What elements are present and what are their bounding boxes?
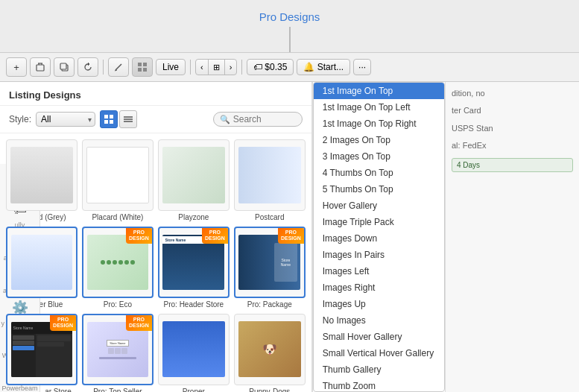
design-item-powder-blue[interactable]: Powder Blue bbox=[6, 227, 77, 309]
design-label-proper: Proper bbox=[183, 388, 205, 392]
design-label-pro-eco: Pro: Eco bbox=[104, 300, 132, 309]
svg-rect-21 bbox=[110, 120, 113, 124]
grid-view-button[interactable] bbox=[100, 110, 118, 128]
pro-badge-header-store: PRODESIGN bbox=[202, 228, 228, 244]
price-icon: 🏷 bbox=[253, 62, 262, 72]
dropdown-item-small-vertical-hover-gallery[interactable]: Small Vertical Hover Gallery bbox=[314, 345, 444, 361]
design-item-proper[interactable]: Proper bbox=[158, 314, 230, 392]
design-item-placard-white[interactable]: Placard (White) bbox=[82, 139, 154, 222]
list-view-button[interactable] bbox=[119, 110, 137, 128]
toolbar-separator-2 bbox=[190, 60, 191, 75]
bell-icon: 🔔 bbox=[303, 62, 314, 72]
dropdown-item-5-thumbs-on-top[interactable]: 5 Thumbs On Top bbox=[314, 181, 444, 197]
listing-panel: Listing Designs Style: All Standard Pro bbox=[0, 82, 312, 392]
svg-rect-0 bbox=[37, 65, 44, 71]
pencil-button[interactable] bbox=[108, 57, 129, 77]
pro-badge-sidebar-store: PRODESIGN bbox=[50, 315, 76, 331]
dropdown-item-images-left[interactable]: Images Left bbox=[314, 263, 444, 279]
svg-line-7 bbox=[115, 70, 117, 71]
designs-grid: Placard (Grey) Placard (White) Playzone … bbox=[0, 133, 311, 392]
listing-header: Listing Designs bbox=[0, 82, 311, 106]
grid-nav-icon[interactable]: ⊞ bbox=[209, 60, 224, 75]
dropdown-item-1st-image-on-top-left[interactable]: 1st Image On Top Left bbox=[314, 99, 444, 116]
style-select-wrapper: All Standard Pro bbox=[36, 112, 95, 127]
nav-right[interactable]: › bbox=[225, 60, 237, 74]
design-thumb-proper bbox=[158, 314, 230, 385]
design-item-placard-grey[interactable]: Placard (Grey) bbox=[6, 139, 77, 222]
nav-control: ‹ ⊞ › bbox=[195, 59, 237, 75]
svg-rect-20 bbox=[104, 120, 108, 124]
listing-title: Listing Designs bbox=[9, 89, 81, 101]
design-thumb-pro-top-seller: PRODESIGN Store Name bbox=[82, 314, 154, 385]
copy-button[interactable] bbox=[54, 57, 75, 77]
dropdown-item-no-images[interactable]: No Images bbox=[314, 312, 444, 329]
dropdown-item-hover-gallery[interactable]: Hover Gallery bbox=[314, 197, 444, 214]
nav-left[interactable]: ‹ bbox=[196, 60, 208, 74]
pro-badge-package: PRODESIGN bbox=[278, 228, 304, 244]
pro-designs-label: Pro Designs bbox=[259, 10, 320, 23]
start-button[interactable]: 🔔 Start... bbox=[297, 59, 350, 75]
design-thumb-powder-blue bbox=[6, 227, 77, 298]
design-thumb-puppy-dogs: 🐶 bbox=[234, 314, 306, 385]
design-thumb-playzone bbox=[158, 139, 230, 211]
design-item-puppy-dogs[interactable]: 🐶 Puppy-Dogs bbox=[234, 314, 306, 392]
dropdown-item-1st-image-on-top[interactable]: 1st Image On Top bbox=[314, 83, 444, 99]
design-thumb-placard-grey bbox=[6, 139, 77, 211]
dropdown-item-small-hover-gallery[interactable]: Small Hover Gallery bbox=[314, 329, 444, 345]
search-input[interactable] bbox=[233, 114, 300, 124]
dropdown-item-images-in-pairs[interactable]: Images In Pairs bbox=[314, 247, 444, 263]
svg-rect-18 bbox=[104, 115, 108, 118]
info-card: ter Card bbox=[452, 105, 573, 116]
view-buttons bbox=[100, 110, 137, 128]
style-label: Style: bbox=[9, 114, 31, 124]
dropdown-item-images-up[interactable]: Images Up bbox=[314, 296, 444, 312]
pro-badge-top-seller: PRODESIGN bbox=[126, 315, 152, 331]
search-box: 🔍 bbox=[213, 112, 303, 127]
design-thumb-pro-sidebar-store: PRODESIGN Store Name bbox=[6, 314, 77, 385]
design-item-pro-sidebar-store[interactable]: PRODESIGN Store Name bbox=[6, 314, 77, 392]
svg-rect-10 bbox=[138, 68, 142, 72]
info-days-badge: 4 Days bbox=[452, 158, 573, 172]
more-button[interactable]: ··· bbox=[353, 59, 371, 75]
svg-rect-9 bbox=[143, 63, 147, 66]
design-label-pro-top-seller: Pro: Top Seller bbox=[93, 388, 142, 392]
add-button[interactable]: + bbox=[6, 57, 27, 77]
design-label-playzone: Playzone bbox=[178, 213, 209, 222]
price-value: $0.35 bbox=[265, 62, 287, 72]
svg-line-6 bbox=[116, 64, 121, 70]
dropdown-item-thumb-zoom[interactable]: Thumb Zoom bbox=[314, 378, 444, 392]
dropdown-item-image-triple-pack[interactable]: Image Triple Pack bbox=[314, 214, 444, 230]
live-button[interactable]: Live bbox=[156, 59, 186, 75]
svg-rect-5 bbox=[60, 63, 66, 69]
dropdown-item-2-images-on-top[interactable]: 2 Images On Top bbox=[314, 132, 444, 148]
dropdown-item-images-down[interactable]: Images Down bbox=[314, 230, 444, 247]
design-label-pro-header-store: Pro: Header Store bbox=[164, 300, 224, 309]
design-label-puppy-dogs: Puppy-Dogs bbox=[249, 388, 290, 392]
design-item-playzone[interactable]: Playzone bbox=[158, 139, 230, 222]
design-item-pro-top-seller[interactable]: PRODESIGN Store Name Pro: Top Seller bbox=[82, 314, 154, 392]
style-row: Style: All Standard Pro 🔍 bbox=[0, 106, 311, 133]
style-select[interactable]: All Standard Pro bbox=[36, 112, 95, 127]
dropdown-item-3-images-on-top[interactable]: 3 Images On Top bbox=[314, 148, 444, 165]
dropdown-item-4-thumbs-on-top[interactable]: 4 Thumbs On Top bbox=[314, 165, 444, 181]
design-label-placard-white: Placard (White) bbox=[92, 213, 143, 222]
dropdown-item-thumb-gallery[interactable]: Thumb Gallery bbox=[314, 361, 444, 378]
design-item-postcard[interactable]: Postcard bbox=[234, 139, 306, 222]
layout-button[interactable] bbox=[132, 57, 153, 77]
toolbar: + Live ‹ ⊞ › 🏷 $0.35 🔔 Start... ··· bbox=[0, 52, 579, 82]
pro-badge-eco: PRODESIGN bbox=[126, 228, 152, 244]
toolbar-separator-1 bbox=[103, 60, 104, 75]
info-fedex: al: FedEx bbox=[452, 140, 573, 151]
sidebar-label-powerbe: Powerbeam bbox=[1, 385, 37, 392]
delete-button[interactable] bbox=[30, 57, 51, 77]
dropdown-item-1st-image-on-top-right[interactable]: 1st Image On Top Right bbox=[314, 116, 444, 132]
svg-rect-19 bbox=[110, 115, 113, 118]
design-item-pro-eco[interactable]: PRODESIGN Pro: Eco bbox=[82, 227, 154, 309]
dropdown-item-images-right[interactable]: Images Right bbox=[314, 279, 444, 296]
design-item-pro-header-store[interactable]: PRODESIGN Store Name Pro: Header Store bbox=[158, 227, 230, 309]
price-display: 🏷 $0.35 bbox=[247, 59, 294, 75]
design-item-pro-package[interactable]: PRODESIGN StoreName Pro: Package bbox=[234, 227, 306, 309]
svg-rect-11 bbox=[143, 68, 147, 72]
dropdown-list: 1st Image On Top1st Image On Top Left1st… bbox=[313, 82, 445, 392]
refresh-button[interactable] bbox=[77, 57, 98, 77]
